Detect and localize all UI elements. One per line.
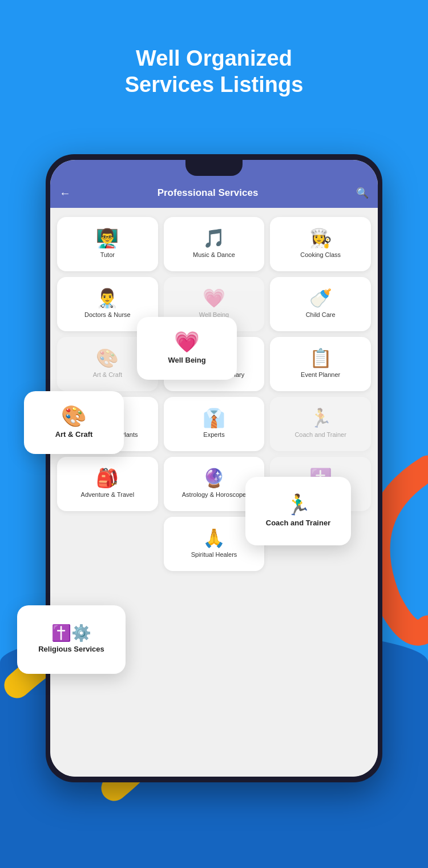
well-being-float-icon: 💗: [174, 332, 200, 352]
doctors-label: Doctors & Nurse: [84, 311, 131, 319]
spiritual-icon: 🙏: [203, 529, 225, 547]
religious-float-label: Religious Services: [38, 645, 104, 654]
child-care-icon: 🍼: [309, 289, 332, 307]
service-child-care[interactable]: 🍼 Child Care: [270, 277, 371, 331]
art-float-label: Art & Craft: [55, 430, 93, 440]
tutor-icon: 👨‍🏫: [96, 229, 119, 247]
event-icon: 📋: [309, 349, 332, 367]
phone-screen: ← Professional Services 🔍 👨‍🏫 Tutor 🎵 Mu…: [50, 160, 378, 777]
event-label: Event Planner: [301, 371, 340, 379]
doctors-icon: 👨‍⚕️: [96, 289, 119, 307]
service-coach-placeholder[interactable]: 🏃 Coach and Trainer: [270, 397, 371, 451]
search-button[interactable]: 🔍: [356, 187, 369, 199]
coach-float-icon: 🏃‍♂️: [285, 495, 311, 515]
coach-label-ph: Coach and Trainer: [294, 431, 346, 439]
experts-label: Experts: [203, 431, 224, 439]
spiritual-label: Spiritual Healers: [191, 550, 237, 558]
art-icon-ph: 🎨: [96, 349, 119, 367]
astrology-icon: 🔮: [203, 469, 225, 487]
adventure-label: Adventure & Travel: [81, 491, 135, 499]
astrology-label: Astrology & Horoscope: [182, 491, 247, 499]
service-event[interactable]: 📋 Event Planner: [270, 337, 371, 391]
art-float-icon: 🎨: [61, 406, 87, 427]
back-button[interactable]: ←: [59, 187, 71, 200]
well-being-float-label: Well Being: [168, 356, 205, 365]
service-music-dance[interactable]: 🎵 Music & Dance: [164, 217, 265, 271]
child-care-label: Child Care: [306, 311, 336, 319]
service-cooking[interactable]: 👩‍🍳 Cooking Class: [270, 217, 371, 271]
religious-float-icon: ✝️⚙️: [51, 625, 91, 641]
well-being-icon-ph: 💗: [203, 289, 225, 307]
floating-art-craft[interactable]: 🎨 Art & Craft: [24, 391, 124, 454]
art-label-ph: Art & Craft: [93, 371, 122, 379]
header-title: Professional Services: [78, 187, 338, 199]
tutor-label: Tutor: [100, 251, 115, 259]
floating-well-being[interactable]: 💗 Well Being: [137, 317, 237, 380]
service-tutor[interactable]: 👨‍🏫 Tutor: [57, 217, 158, 271]
app-header: ← Professional Services 🔍: [50, 178, 378, 208]
experts-icon: 👔: [203, 409, 225, 427]
cooking-label: Cooking Class: [300, 251, 341, 259]
service-experts[interactable]: 👔 Experts: [164, 397, 265, 451]
floating-coach[interactable]: 🏃‍♂️ Coach and Trainer: [245, 477, 351, 545]
cooking-icon: 👩‍🍳: [309, 229, 332, 247]
music-icon: 🎵: [203, 229, 225, 247]
phone-frame: ← Professional Services 🔍 👨‍🏫 Tutor 🎵 Mu…: [46, 154, 382, 782]
page-title: Well Organized Services Listings: [0, 46, 428, 98]
phone-notch: [185, 160, 243, 176]
coach-icon-ph: 🏃: [309, 409, 332, 427]
floating-religious[interactable]: ✝️⚙️ Religious Services: [17, 605, 126, 674]
adventure-icon: 🎒: [96, 469, 119, 487]
coach-float-label: Coach and Trainer: [266, 519, 330, 528]
service-adventure[interactable]: 🎒 Adventure & Travel: [57, 457, 158, 511]
music-label: Music & Dance: [193, 251, 235, 259]
